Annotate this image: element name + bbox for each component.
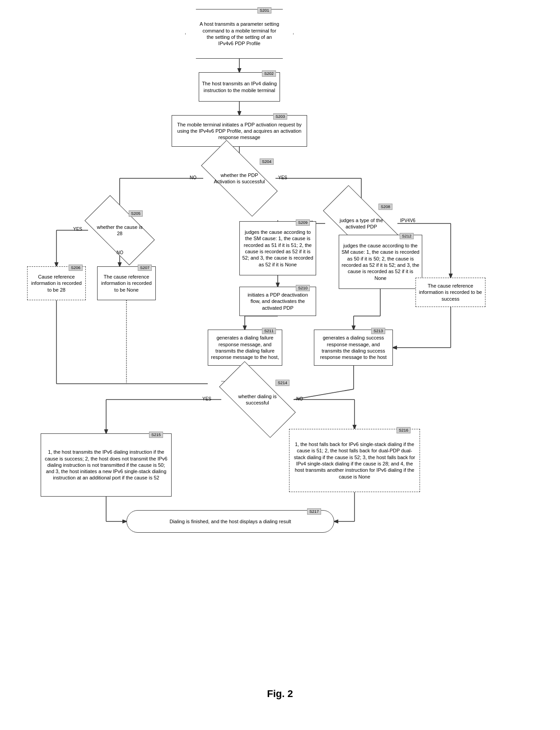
label-yes-s214: YES: [202, 396, 211, 401]
node-s204: whether the PDP Activation is successful: [203, 160, 275, 196]
label-no-s205: NO: [117, 250, 123, 255]
tag-s207: S207: [138, 265, 152, 271]
tag-s209: S209: [296, 219, 310, 226]
tag-s216: S216: [397, 427, 411, 433]
label-yes-s204: YES: [278, 175, 287, 180]
label-yes-s205: YES: [73, 227, 82, 232]
node-s203: The mobile terminal initiates a PDP acti…: [172, 115, 307, 147]
node-s205: whether the cause is 28: [88, 212, 151, 248]
node-s214: whether dialing is successful: [221, 381, 294, 418]
node-s212: judges the cause according to the SM cau…: [339, 235, 422, 289]
node-s211: generates a dialing failure response mes…: [208, 330, 282, 366]
label-no-s204: NO: [190, 175, 196, 180]
node-s216: 1, the host falls back for IPv6 single-s…: [289, 429, 420, 492]
tag-s206: S206: [69, 265, 83, 271]
diagram-container: A host transmits a parameter setting com…: [0, 0, 560, 713]
node-s209: judges the cause according to the SM cau…: [239, 221, 316, 275]
tag-s215: S215: [149, 432, 163, 438]
node-success-ref: The cause reference information is recor…: [415, 278, 485, 307]
label-ipv4v6-s208: IPV4V6: [400, 218, 415, 223]
node-s201: A host transmits a parameter setting com…: [185, 9, 294, 59]
tag-s211: S211: [262, 328, 276, 334]
node-s217: Dialing is finished, and the host displa…: [126, 510, 334, 533]
tag-s212: S212: [400, 233, 414, 239]
node-s213: generates a dialing success response mes…: [314, 330, 393, 366]
tag-s203: S203: [273, 113, 287, 120]
node-s215: 1, the host transmits the IPv6 dialing i…: [41, 433, 172, 497]
label-no-s214: NO: [296, 396, 303, 401]
tag-s217: S217: [307, 508, 321, 515]
tag-s202: S202: [262, 70, 276, 77]
node-s206: Cause reference information is recorded …: [27, 266, 86, 300]
figure-label: Fig. 2: [267, 688, 293, 700]
node-s207: The cause reference information is recor…: [97, 266, 156, 300]
node-s208: judges a type of the activated PDP: [325, 205, 397, 242]
tag-s201: S201: [257, 7, 271, 14]
tag-s213: S213: [371, 328, 385, 334]
tag-s210: S210: [296, 285, 310, 291]
